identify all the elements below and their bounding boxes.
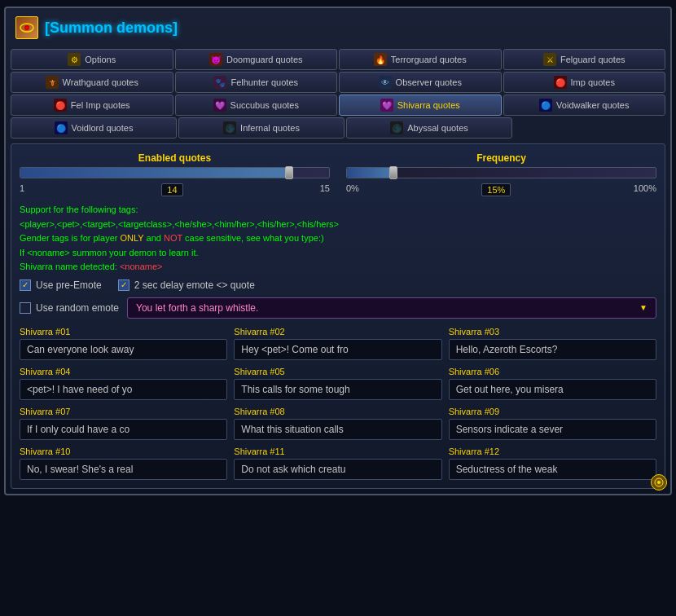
quote-item-02: Shivarra #02 Hey <pet>! Come out fro [234, 327, 441, 360]
tab-felguard[interactable]: ⚔ Felguard quotes [503, 49, 666, 70]
enabled-thumb[interactable] [285, 166, 293, 179]
quote-item-06: Shivarra #06 Get out here, you misera [449, 367, 656, 400]
tab-wrathguard[interactable]: 🗡 Wrathguard quotes [11, 72, 173, 93]
quote-item-12: Shivarra #12 Seductress of the weak [449, 447, 656, 480]
frequency-track[interactable] [346, 167, 656, 178]
title-icon [15, 16, 38, 39]
tab-infernal[interactable]: 🌑 Infernal quotes [178, 117, 345, 139]
corner-ornament [651, 474, 667, 491]
quote-item-11: Shivarra #11 Do not ask which creatu [234, 447, 441, 480]
doomguard-icon: 👿 [209, 53, 222, 66]
info-line2: <player>,<pet>,<target>,<targetclass>,<h… [20, 218, 656, 232]
checkboxes-row: Use pre-Emote 2 sec delay emote <> quote [20, 279, 656, 291]
tab-observer[interactable]: 👁 Observer quotes [339, 72, 502, 93]
quote-input-07[interactable]: If I only could have a co [20, 419, 227, 440]
tab-abyssal[interactable]: 🌑 Abyssal quotes [346, 117, 512, 139]
quote-input-06[interactable]: Get out here, you misera [449, 379, 656, 400]
enabled-quotes-group: Enabled quotes 1 14 15 [20, 152, 330, 196]
shivarra-icon: 💜 [380, 99, 393, 112]
quote-input-10[interactable]: No, I swear! She's a real [20, 459, 227, 480]
succubus-icon: 💜 [213, 99, 226, 112]
info-line4: If <noname> summon your demon to learn i… [20, 246, 656, 261]
enabled-value[interactable]: 14 [161, 183, 182, 196]
tab-doomguard[interactable]: 👿 Doomguard quotes [175, 49, 338, 70]
delay-label: 2 sec delay emote <> quote [134, 279, 255, 291]
quote-item-07: Shivarra #07 If I only could have a co [20, 407, 227, 440]
main-window: [Summon demons] ⚙ Options 👿 Doomguard qu… [4, 7, 672, 495]
frequency-group: Frequency 0% 15% 100% [346, 152, 656, 196]
enabled-track[interactable] [20, 167, 330, 178]
preemote-checkbox-item[interactable]: Use pre-Emote [20, 279, 102, 291]
tabs-row-2: 🗡 Wrathguard quotes 🐾 Felhunter quotes 👁… [11, 72, 665, 93]
quote-input-12[interactable]: Seductress of the weak [449, 459, 656, 480]
quote-label-05: Shivarra #05 [234, 367, 441, 376]
tab-imp[interactable]: 🔴 Imp quotes [503, 72, 666, 93]
tabs-row-4: 🔵 Voidlord quotes 🌑 Infernal quotes 🌑 Ab… [11, 117, 665, 139]
preemote-checkbox[interactable] [20, 279, 31, 291]
quote-input-11[interactable]: Do not ask which creatu [234, 459, 441, 480]
quote-item-09: Shivarra #09 Sensors indicate a sever [449, 407, 656, 440]
delay-checkbox-item[interactable]: 2 sec delay emote <> quote [118, 279, 255, 291]
quote-label-11: Shivarra #11 [234, 447, 441, 456]
quote-label-06: Shivarra #06 [449, 367, 656, 376]
quote-label-04: Shivarra #04 [20, 367, 227, 376]
quote-label-02: Shivarra #02 [234, 327, 441, 337]
tab-succubus[interactable]: 💜 Succubus quotes [175, 95, 338, 116]
quote-item-04: Shivarra #04 <pet>! I have need of yo [20, 367, 227, 400]
tab-voidlord[interactable]: 🔵 Voidlord quotes [11, 117, 177, 139]
emote-dropdown[interactable]: You let forth a sharp whistle. ▼ [127, 297, 656, 319]
imp-icon: 🔴 [554, 76, 567, 89]
quote-item-03: Shivarra #03 Hello, Azeroth Escorts? [449, 327, 656, 360]
quote-input-09[interactable]: Sensors indicate a sever [449, 419, 656, 440]
felguard-icon: ⚔ [543, 53, 556, 66]
tabs-row-1: ⚙ Options 👿 Doomguard quotes 🔥 Terrorgua… [11, 49, 665, 70]
info-line5: Shivarra name detected: <noname> [20, 260, 656, 275]
quote-label-08: Shivarra #08 [234, 407, 441, 416]
options-icon: ⚙ [68, 53, 81, 66]
tab-shivarra[interactable]: 💜 Shivarra quotes [339, 95, 502, 116]
quote-label-01: Shivarra #01 [20, 327, 227, 337]
frequency-value[interactable]: 15% [481, 183, 511, 196]
quote-input-02[interactable]: Hey <pet>! Come out fro [234, 339, 441, 360]
delay-checkbox[interactable] [118, 279, 129, 291]
random-checkbox[interactable] [20, 302, 31, 314]
voidlord-icon: 🔵 [55, 121, 68, 134]
felhunter-icon: 🐾 [213, 76, 226, 89]
window-title: [Summon demons] [45, 20, 178, 37]
observer-icon: 👁 [379, 76, 392, 89]
quote-label-10: Shivarra #10 [20, 447, 227, 456]
quote-label-09: Shivarra #09 [449, 407, 656, 416]
tab-options[interactable]: ⚙ Options [11, 49, 173, 70]
info-line3: Gender tags is for player ONLY and NOT c… [20, 231, 656, 246]
tab-felimp[interactable]: 🔴 Fel Imp quotes [11, 95, 173, 116]
quote-label-07: Shivarra #07 [20, 407, 227, 416]
infernal-icon: 🌑 [223, 121, 236, 134]
tab-voidwalker[interactable]: 🔵 Voidwalker quotes [503, 95, 666, 116]
enabled-values: 1 14 15 [20, 183, 330, 196]
quote-input-04[interactable]: <pet>! I have need of yo [20, 379, 227, 400]
quote-input-08[interactable]: What this situation calls [234, 419, 441, 440]
info-line1: Support for the following tags: [20, 203, 656, 218]
tab-felhunter[interactable]: 🐾 Felhunter quotes [175, 72, 338, 93]
tab-terrorguard[interactable]: 🔥 Terrorguard quotes [339, 49, 502, 70]
quote-item-01: Shivarra #01 Can everyone look away [20, 327, 227, 360]
quote-input-01[interactable]: Can everyone look away [20, 339, 227, 360]
dropdown-arrow-icon: ▼ [639, 303, 647, 312]
sliders-row: Enabled quotes 1 14 15 Frequency [20, 152, 656, 196]
random-label: Use random emote [36, 302, 119, 314]
quote-input-05[interactable]: This calls for some tough [234, 379, 441, 400]
quote-input-03[interactable]: Hello, Azeroth Escorts? [449, 339, 656, 360]
random-checkbox-item[interactable]: Use random emote [20, 302, 119, 314]
quote-label-12: Shivarra #12 [449, 447, 656, 456]
tabs-container: ⚙ Options 👿 Doomguard quotes 🔥 Terrorgua… [11, 49, 665, 139]
felimp-icon: 🔴 [54, 99, 67, 112]
content-area: Enabled quotes 1 14 15 Frequency [11, 143, 665, 489]
enabled-quotes-label: Enabled quotes [20, 152, 330, 164]
svg-point-4 [657, 481, 661, 484]
quote-item-10: Shivarra #10 No, I swear! She's a real [20, 447, 227, 480]
terrorguard-icon: 🔥 [374, 53, 387, 66]
preemote-label: Use pre-Emote [36, 279, 102, 291]
tabs-row-3: 🔴 Fel Imp quotes 💜 Succubus quotes 💜 Shi… [11, 95, 665, 116]
frequency-label: Frequency [346, 152, 656, 164]
frequency-thumb[interactable] [389, 166, 397, 179]
